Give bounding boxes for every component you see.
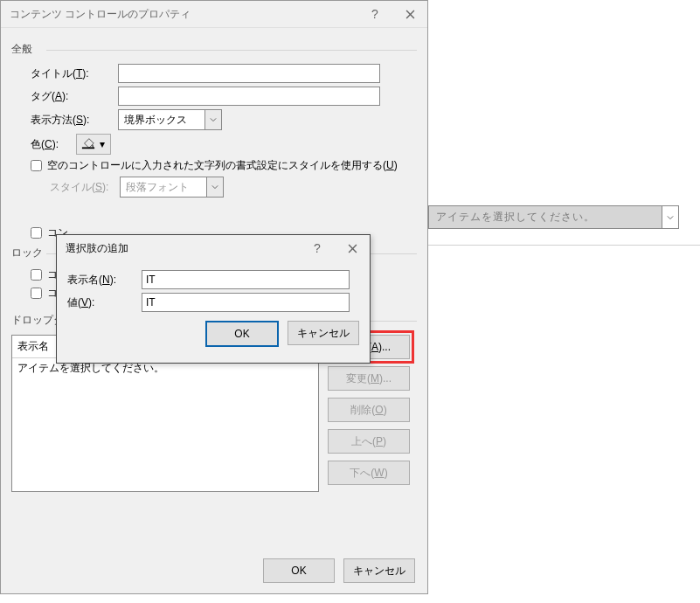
document-dropdown-arrow[interactable] <box>662 206 678 228</box>
down-button[interactable]: 下へ(W) <box>328 461 410 485</box>
modal-display-label: 表示名(N): <box>67 273 142 288</box>
style-value: 段落フォント <box>120 177 207 198</box>
lock-checkbox-2-box[interactable] <box>31 288 42 299</box>
paint-bucket-icon <box>80 136 96 153</box>
use-style-checkbox-box[interactable] <box>31 160 42 171</box>
lock-checkbox-1-box[interactable] <box>31 269 42 281</box>
use-style-checkbox-label: 空のコントロールに入力された文字列の書式設定にスタイルを使用する(U) <box>47 158 398 173</box>
document-rule <box>428 245 700 246</box>
content-checkbox-box[interactable] <box>31 227 42 239</box>
color-label: 色(C): <box>31 137 76 152</box>
properties-title: コンテンツ コントロールのプロパティ <box>10 7 357 22</box>
use-style-checkbox[interactable]: 空のコントロールに入力された文字列の書式設定にスタイルを使用する(U) <box>31 158 417 173</box>
tag-input[interactable] <box>118 87 380 106</box>
modal-value-label: 値(V): <box>67 295 142 310</box>
add-choice-title: 選択肢の追加 <box>66 241 300 256</box>
modal-cancel-button[interactable]: キャンセル <box>288 321 359 345</box>
group-general-label: 全般 <box>11 42 417 57</box>
color-picker[interactable]: ▾ <box>76 134 111 155</box>
close-button[interactable] <box>392 1 427 27</box>
add-choice-titlebar: 選択肢の追加 ? <box>57 235 370 261</box>
modal-value-input[interactable] <box>142 293 350 312</box>
display-method-combo[interactable]: 境界ボックス <box>118 109 222 130</box>
chevron-down-icon[interactable] <box>205 109 222 130</box>
display-method-label: 表示方法(S): <box>31 113 118 128</box>
chevron-down-icon[interactable]: ▾ <box>98 138 107 150</box>
tag-label: タグ(A): <box>31 89 118 104</box>
delete-button[interactable]: 削除(O) <box>328 398 410 422</box>
modal-display-input[interactable] <box>142 270 350 289</box>
title-input[interactable] <box>118 64 380 83</box>
document-dropdown-control[interactable]: アイテムを選択してください。 <box>428 205 679 229</box>
close-button[interactable] <box>335 235 370 261</box>
help-button[interactable]: ? <box>300 235 335 261</box>
display-method-value: 境界ボックス <box>118 109 205 130</box>
modify-button[interactable]: 変更(M)... <box>328 366 410 391</box>
cancel-button[interactable]: キャンセル <box>343 558 415 583</box>
add-choice-dialog: 選択肢の追加 ? 表示名(N): 値(V): OK キャンセル <box>56 234 371 364</box>
help-button[interactable]: ? <box>357 1 392 27</box>
properties-titlebar: コンテンツ コントロールのプロパティ ? <box>1 1 427 28</box>
title-label: タイトル(T): <box>31 66 118 81</box>
up-button[interactable]: 上へ(P) <box>328 429 410 454</box>
document-dropdown-placeholder: アイテムを選択してください。 <box>429 206 662 228</box>
style-combo[interactable]: 段落フォント <box>120 177 224 198</box>
modal-ok-button[interactable]: OK <box>205 321 279 347</box>
chevron-down-icon[interactable] <box>207 177 224 198</box>
svg-rect-2 <box>82 147 94 149</box>
style-label: スタイル(S): <box>50 180 120 195</box>
ok-button[interactable]: OK <box>263 558 335 583</box>
